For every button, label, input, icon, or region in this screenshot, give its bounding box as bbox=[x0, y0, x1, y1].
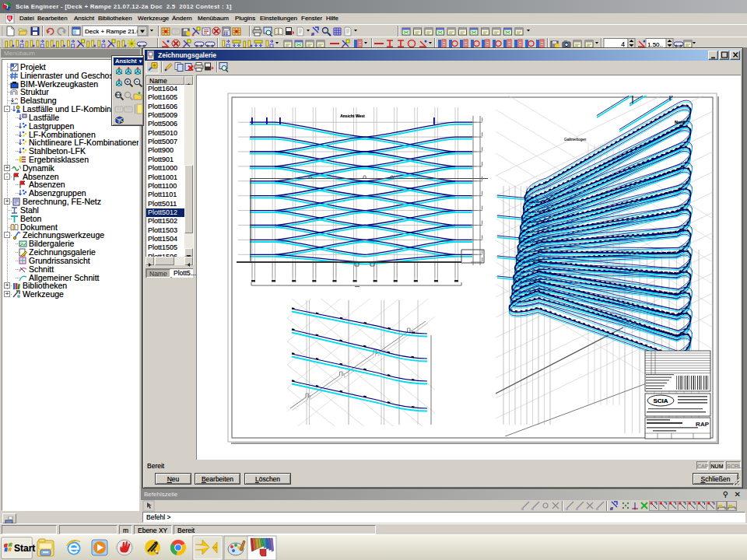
svg-text:RAP: RAP bbox=[696, 421, 710, 428]
svg-text:Ansicht West: Ansicht West bbox=[340, 114, 365, 118]
svg-text:SCIA: SCIA bbox=[653, 397, 668, 404]
svg-text:4: 4 bbox=[621, 40, 625, 48]
svg-text:Deck + Rampe 21.07: Deck + Rampe 21.07 bbox=[85, 28, 144, 35]
svg-text:Start: Start bbox=[14, 543, 35, 554]
svg-text:Gailtnerbogen: Gailtnerbogen bbox=[564, 138, 587, 142]
svg-text:Nord: Nord bbox=[675, 120, 685, 124]
